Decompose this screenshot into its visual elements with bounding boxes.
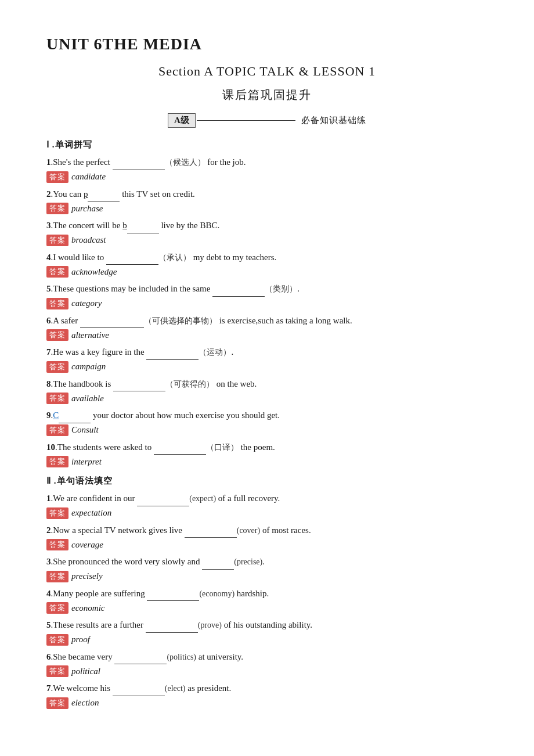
answer-1-5: 答案 category xyxy=(46,298,488,309)
question-2-7: 7.We welcome his (elect) as president. xyxy=(46,681,488,696)
question-1-7: 7.He was a key figure in the （运动）. xyxy=(46,345,488,360)
question-2-5: 5.These results are a further (prove) of… xyxy=(46,618,488,633)
question-2-6: 6.She became very (politics) at universi… xyxy=(46,650,488,665)
level-text: 必备知识基础练 xyxy=(301,115,366,126)
level-line xyxy=(197,120,295,121)
question-2-2: 2.Now a special TV network gives live (c… xyxy=(46,523,488,538)
answer-2-7: 答案 election xyxy=(46,697,488,709)
answer-1-10: 答案 interpret xyxy=(46,456,488,467)
answer-2-3: 答案 precisely xyxy=(46,571,488,582)
answer-2-1: 答案 expectation xyxy=(46,507,488,519)
question-1-5: 5.These questions may be included in the… xyxy=(46,282,488,297)
part2-questions: 1.We are confident in our (expect) of a … xyxy=(46,491,488,709)
question-2-4: 4.Many people are suffering (economy) ha… xyxy=(46,586,488,602)
answer-1-1: 答案 candidate xyxy=(46,171,488,183)
question-1-1: 1.She's the perfect （候选人） for the job. xyxy=(46,155,488,170)
question-1-9: 9.C your doctor about how much exercise … xyxy=(46,408,488,423)
answer-1-6: 答案 alternative xyxy=(46,329,488,341)
level-bar: A级 必备知识基础练 xyxy=(46,113,488,128)
answer-1-3: 答案 broadcast xyxy=(46,235,488,246)
answer-1-8: 答案 available xyxy=(46,393,488,404)
answer-1-4: 答案 acknowledge xyxy=(46,266,488,278)
question-1-2: 2.You can p this TV set on credit. xyxy=(46,187,488,202)
question-2-1: 1.We are confident in our (expect) of a … xyxy=(46,491,488,506)
answer-2-6: 答案 political xyxy=(46,665,488,677)
main-title: UNIT 6THE MEDIA xyxy=(46,35,488,53)
question-1-3: 3.The concert will be b live by the BBC. xyxy=(46,218,488,233)
question-2-3: 3.She pronounced the word very slowly an… xyxy=(46,555,488,570)
part2-title: Ⅱ .单句语法填空 xyxy=(46,476,488,487)
answer-1-2: 答案 purchase xyxy=(46,203,488,214)
part1-questions: 1.She's the perfect （候选人） for the job. 答… xyxy=(46,155,488,467)
question-1-8: 8.The handbook is （可获得的） on the web. xyxy=(46,377,488,392)
part1-title: Ⅰ .单词拼写 xyxy=(46,139,488,150)
question-1-4: 4.I would like to （承认） my debt to my tea… xyxy=(46,250,488,265)
answer-2-2: 答案 coverage xyxy=(46,539,488,550)
question-1-10: 10.The students were asked to （口译） the p… xyxy=(46,440,488,455)
section-title: Section A TOPIC TALK & LESSON 1 xyxy=(46,64,488,79)
answer-2-5: 答案 proof xyxy=(46,634,488,646)
question-1-6: 6.A safer （可供选择的事物） is exercise,such as … xyxy=(46,314,488,329)
answer-1-9: 答案 Consult xyxy=(46,424,488,436)
answer-1-7: 答案 campaign xyxy=(46,361,488,373)
level-badge: A级 xyxy=(168,113,196,128)
subtitle-cn: 课后篇巩固提升 xyxy=(46,87,488,103)
answer-2-4: 答案 economic xyxy=(46,602,488,614)
